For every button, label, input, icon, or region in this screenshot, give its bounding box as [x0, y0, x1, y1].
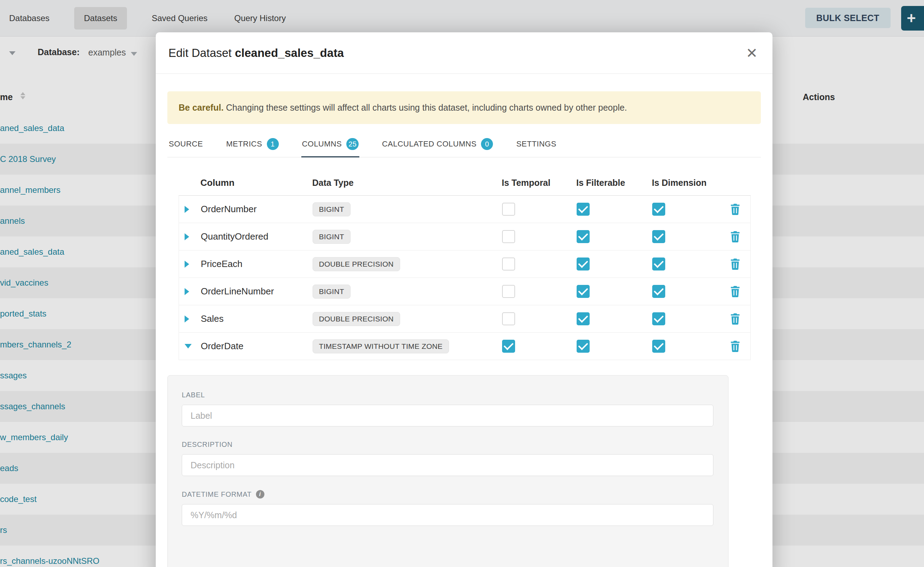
delete-icon[interactable]: [730, 231, 740, 242]
delete-icon[interactable]: [730, 341, 740, 352]
count-badge: 25: [346, 138, 359, 150]
tab-columns[interactable]: COLUMNS 25: [301, 132, 360, 157]
tab-label: COLUMNS: [302, 140, 342, 148]
modal-header: Edit Dataset cleaned_sales_data ✕: [156, 32, 772, 74]
table-row: QuantityOrdered BIGINT: [179, 223, 750, 250]
data-type-pill: TIMESTAMP WITHOUT TIME ZONE: [313, 339, 449, 353]
modal-body: Be careful. Changing these settings will…: [156, 74, 772, 567]
tab-label: SETTINGS: [516, 140, 556, 148]
header-is-temporal: Is Temporal: [502, 178, 576, 188]
table-row: OrderLineNumber BIGINT: [179, 278, 750, 305]
expand-caret-icon[interactable]: [179, 315, 201, 322]
delete-icon[interactable]: [730, 204, 740, 215]
tab-label: SOURCE: [169, 140, 203, 148]
is-temporal-checkbox[interactable]: [502, 203, 515, 216]
expand-caret-icon[interactable]: [179, 261, 201, 268]
warning-text: Changing these settings will affect all …: [224, 103, 627, 112]
columns-table: Column Data Type Is Temporal Is Filterab…: [179, 170, 751, 360]
edit-dataset-modal: Edit Dataset cleaned_sales_data ✕ Be car…: [156, 32, 772, 567]
description-input[interactable]: [182, 454, 713, 476]
is-dimension-checkbox[interactable]: [652, 340, 665, 353]
is-filterable-checkbox[interactable]: [576, 258, 590, 270]
is-dimension-checkbox[interactable]: [652, 258, 665, 270]
is-dimension-checkbox[interactable]: [652, 312, 665, 325]
modal-tabs: SOURCE METRICS 1 COLUMNS 25 CALCULATED C…: [167, 132, 761, 158]
tab-label: METRICS: [226, 140, 262, 148]
count-badge: 1: [267, 138, 279, 150]
is-filterable-checkbox[interactable]: [576, 203, 590, 216]
modal-title-dataset-name: cleaned_sales_data: [235, 46, 344, 59]
tab-metrics[interactable]: METRICS 1: [226, 132, 280, 157]
is-dimension-checkbox[interactable]: [652, 285, 665, 298]
modal-title-prefix: Edit Dataset: [169, 46, 232, 59]
column-name: OrderNumber: [201, 204, 313, 214]
expand-caret-icon[interactable]: [179, 206, 201, 213]
collapse-caret-icon[interactable]: [179, 344, 201, 348]
column-name: PriceEach: [201, 258, 313, 270]
count-badge: 0: [481, 138, 493, 150]
is-filterable-checkbox[interactable]: [576, 285, 590, 298]
header-data-type: Data Type: [312, 178, 502, 188]
is-temporal-checkbox[interactable]: [502, 340, 515, 353]
label-field-label: LABEL: [182, 391, 728, 399]
data-type-pill: BIGINT: [313, 202, 351, 216]
is-filterable-checkbox[interactable]: [576, 312, 590, 325]
data-type-pill: BIGINT: [313, 230, 351, 244]
datetime-format-input[interactable]: [182, 504, 713, 526]
columns-table-body: OrderNumber BIGINT QuantityOrdered BIGIN…: [179, 196, 751, 360]
tab-label: CALCULATED COLUMNS: [382, 140, 476, 148]
table-row: Sales DOUBLE PRECISION: [179, 305, 750, 333]
column-name: OrderLineNumber: [201, 286, 313, 297]
column-name: OrderDate: [201, 341, 313, 352]
header-is-dimension: Is Dimension: [652, 178, 726, 188]
table-row: OrderNumber BIGINT: [179, 196, 750, 223]
column-name: Sales: [201, 314, 313, 324]
columns-table-header: Column Data Type Is Temporal Is Filterab…: [179, 170, 751, 196]
expand-caret-icon[interactable]: [179, 288, 201, 295]
modal-title: Edit Dataset cleaned_sales_data: [169, 46, 344, 60]
tab-source[interactable]: SOURCE: [168, 132, 203, 157]
close-icon[interactable]: ✕: [746, 46, 758, 60]
is-temporal-checkbox[interactable]: [502, 258, 515, 270]
table-row: OrderDate TIMESTAMP WITHOUT TIME ZONE: [179, 333, 750, 360]
header-is-filterable: Is Filterable: [576, 178, 652, 188]
tab-calculated-columns[interactable]: CALCULATED COLUMNS 0: [381, 132, 494, 157]
is-filterable-checkbox[interactable]: [576, 230, 590, 243]
expand-caret-icon[interactable]: [179, 233, 201, 240]
data-type-pill: DOUBLE PRECISION: [313, 257, 400, 271]
is-dimension-checkbox[interactable]: [652, 230, 665, 243]
delete-icon[interactable]: [730, 258, 740, 270]
description-field-label: DESCRIPTION: [182, 441, 728, 448]
data-type-pill: DOUBLE PRECISION: [313, 312, 400, 326]
info-icon[interactable]: i: [256, 490, 264, 498]
delete-icon[interactable]: [730, 314, 740, 325]
is-dimension-checkbox[interactable]: [652, 203, 665, 216]
column-detail-panel: LABEL DESCRIPTION DATETIME FORMAT i: [167, 375, 728, 567]
header-column: Column: [200, 177, 312, 188]
table-row: PriceEach DOUBLE PRECISION: [179, 250, 750, 278]
tab-settings[interactable]: SETTINGS: [515, 132, 557, 157]
datetime-format-field-label: DATETIME FORMAT: [182, 490, 252, 498]
is-filterable-checkbox[interactable]: [576, 340, 590, 353]
data-type-pill: BIGINT: [313, 285, 351, 298]
label-input[interactable]: [182, 405, 713, 426]
column-name: QuantityOrdered: [201, 231, 313, 242]
is-temporal-checkbox[interactable]: [502, 285, 515, 298]
delete-icon[interactable]: [730, 286, 740, 297]
is-temporal-checkbox[interactable]: [502, 312, 515, 325]
is-temporal-checkbox[interactable]: [502, 230, 515, 243]
warning-banner: Be careful. Changing these settings will…: [167, 92, 761, 124]
warning-bold: Be careful.: [179, 103, 224, 112]
